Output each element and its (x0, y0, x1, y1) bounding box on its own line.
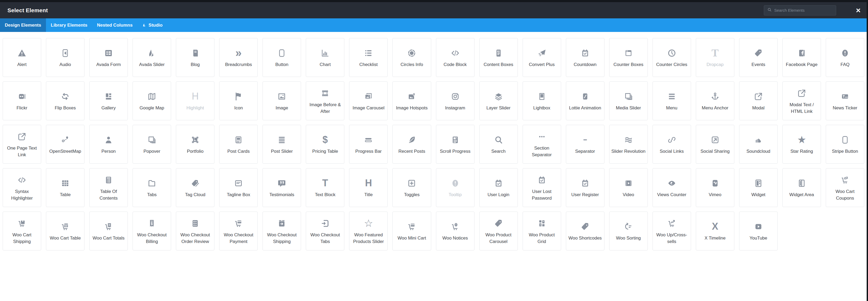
element-card-views-counter[interactable]: Views Counter (653, 168, 691, 207)
element-card-widget-area[interactable]: Widget Area (782, 168, 821, 207)
element-card-audio[interactable]: Audio (46, 38, 85, 77)
element-card-woo-checkout-payment[interactable]: Woo Checkout Payment (219, 212, 258, 250)
element-card-tagline-box[interactable]: Tagline Box (219, 168, 258, 207)
tab-nested-columns[interactable]: Nested Columns (92, 18, 137, 32)
element-card-woo-cart-totals[interactable]: Woo Cart Totals (89, 212, 128, 250)
element-card-soundcloud[interactable]: Soundcloud (739, 125, 778, 164)
element-card-pricing-table[interactable]: $Pricing Table (306, 125, 344, 164)
element-card-image-hotspots[interactable]: Image Hotspots (393, 81, 431, 120)
element-card-person[interactable]: Person (89, 125, 128, 164)
element-card-star-rating[interactable]: ★Star Rating (782, 125, 821, 164)
element-card-portfolio[interactable]: Portfolio (176, 125, 214, 164)
element-card-circles-info[interactable]: Circles Info (393, 38, 431, 77)
element-card-checklist[interactable]: Checklist (349, 38, 388, 77)
element-card-slider-revolution[interactable]: Slider Revolution (609, 125, 648, 164)
element-card-lottie-animation[interactable]: Lottie Animation (566, 81, 604, 120)
element-card-faq[interactable]: FAQ (826, 38, 864, 77)
element-card-recent-posts[interactable]: Recent Posts (393, 125, 431, 164)
element-card-woo-cart-table[interactable]: Woo Cart Table (46, 212, 85, 250)
element-card-gallery[interactable]: Gallery (89, 81, 128, 120)
element-card-flip-boxes[interactable]: Flip Boxes (46, 81, 85, 120)
element-card-media-slider[interactable]: Media Slider (609, 81, 648, 120)
element-card-x-timeline[interactable]: XX Timeline (696, 212, 734, 250)
element-card-events[interactable]: Events (739, 38, 778, 77)
element-card-avada-form[interactable]: Avada Form (89, 38, 128, 77)
element-card-widget[interactable]: Widget (739, 168, 778, 207)
search-elements-box[interactable] (764, 5, 836, 16)
element-card-image[interactable]: Image (262, 81, 301, 120)
element-card-woo-product-carousel[interactable]: Woo Product Carousel (479, 212, 518, 250)
element-card-woo-sorting[interactable]: Woo Sorting (609, 212, 648, 250)
element-card-modal[interactable]: Modal (739, 81, 778, 120)
element-card-content-boxes[interactable]: Content Boxes (479, 38, 518, 77)
tab-library-elements[interactable]: Library Elements (46, 18, 92, 32)
element-card-instagram[interactable]: Instagram (436, 81, 474, 120)
element-card-social-sharing[interactable]: Social Sharing (696, 125, 734, 164)
element-card-toggles[interactable]: Toggles (393, 168, 431, 207)
element-card-woo-up-cross-sells[interactable]: Woo Up/Cross-sells (653, 212, 691, 250)
close-icon[interactable]: × (855, 6, 862, 15)
element-card-google-map[interactable]: Google Map (132, 81, 171, 120)
element-card-stripe-button[interactable]: Stripe Button (826, 125, 864, 164)
element-card-woo-featured-products-slider[interactable]: ☆Woo Featured Products Slider (349, 212, 388, 250)
element-card-post-cards[interactable]: Post Cards (219, 125, 258, 164)
search-elements-input[interactable] (774, 8, 833, 12)
element-card-woo-product-grid[interactable]: Woo Product Grid (523, 212, 561, 250)
element-card-table-of-contents[interactable]: Table Of Contents (89, 168, 128, 207)
element-card-openstreetmap[interactable]: OpenStreetMap (46, 125, 85, 164)
element-card-post-slider[interactable]: Post Slider (262, 125, 301, 164)
element-card-modal-text-html-link[interactable]: Modal Text / HTML Link (782, 81, 821, 120)
element-card-lightbox[interactable]: Lightbox (523, 81, 561, 120)
element-card-testimonials[interactable]: Testimonials (262, 168, 301, 207)
element-card-facebook-page[interactable]: Facebook Page (782, 38, 821, 77)
element-card-countdown[interactable]: Countdown (566, 38, 604, 77)
element-card-vimeo[interactable]: Vimeo (696, 168, 734, 207)
element-card-social-links[interactable]: Social Links (653, 125, 691, 164)
element-card-progress-bar[interactable]: Progress Bar (349, 125, 388, 164)
element-card-flickr[interactable]: Flickr (3, 81, 41, 120)
element-card-youtube[interactable]: YouTube (739, 212, 778, 250)
element-card-one-page-text-link[interactable]: One Page Text Link (3, 125, 41, 164)
element-card-icon[interactable]: Icon (219, 81, 258, 120)
element-card-woo-checkout-shipping[interactable]: Woo Checkout Shipping (262, 212, 301, 250)
tab-design-elements[interactable]: Design Elements (0, 18, 46, 32)
element-card-woo-shortcodes[interactable]: Woo Shortcodes (566, 212, 604, 250)
element-card-image-carousel[interactable]: Image Carousel (349, 81, 388, 120)
element-card-woo-mini-cart[interactable]: Woo Mini Cart (393, 212, 431, 250)
element-card-tabs[interactable]: Tabs (132, 168, 171, 207)
element-card-convert-plus[interactable]: Convert Plus (523, 38, 561, 77)
element-card-avada-slider[interactable]: Avada Slider (132, 38, 171, 77)
element-card-separator[interactable]: Separator (566, 125, 604, 164)
element-card-search[interactable]: Search (479, 125, 518, 164)
element-card-button[interactable]: Button (262, 38, 301, 77)
element-card-popover[interactable]: Popover (132, 125, 171, 164)
element-card-table[interactable]: Table (46, 168, 85, 207)
tab-studio[interactable]: Studio (137, 18, 167, 32)
element-card-alert[interactable]: Alert (3, 38, 41, 77)
element-card-image-before-after[interactable]: Image Before & After (306, 81, 344, 120)
element-card-tag-cloud[interactable]: Tag Cloud (176, 168, 214, 207)
element-card-syntax-highlighter[interactable]: Syntax Highlighter (3, 168, 41, 207)
element-card-scroll-progress[interactable]: Scroll Progress (436, 125, 474, 164)
element-card-woo-cart-shipping[interactable]: Woo Cart Shipping (3, 212, 41, 250)
element-card-video[interactable]: Video (609, 168, 648, 207)
element-card-text-block[interactable]: TText Block (306, 168, 344, 207)
element-card-blog[interactable]: Blog (176, 38, 214, 77)
element-card-counter-circles[interactable]: Counter Circles (653, 38, 691, 77)
element-card-woo-checkout-billing[interactable]: Woo Checkout Billing (132, 212, 171, 250)
element-card-counter-boxes[interactable]: Counter Boxes (609, 38, 648, 77)
element-card-user-lost-password[interactable]: User Lost Password (523, 168, 561, 207)
element-card-layer-slider[interactable]: Layer Slider (479, 81, 518, 120)
element-card-woo-cart-coupons[interactable]: Woo Cart Coupons (826, 168, 864, 207)
element-card-woo-notices[interactable]: Woo Notices (436, 212, 474, 250)
element-card-menu-anchor[interactable]: Menu Anchor (696, 81, 734, 120)
element-card-menu[interactable]: Menu (653, 81, 691, 120)
element-card-breadcrumbs[interactable]: »Breadcrumbs (219, 38, 258, 77)
element-card-user-register[interactable]: User Register (566, 168, 604, 207)
element-card-title[interactable]: HTitle (349, 168, 388, 207)
element-card-code-block[interactable]: Code Block (436, 38, 474, 77)
element-card-user-login[interactable]: User Login (479, 168, 518, 207)
element-card-section-separator[interactable]: Section Separator (523, 125, 561, 164)
element-card-woo-checkout-order-review[interactable]: Woo Checkout Order Review (176, 212, 214, 250)
element-card-woo-checkout-tabs[interactable]: Woo Checkout Tabs (306, 212, 344, 250)
